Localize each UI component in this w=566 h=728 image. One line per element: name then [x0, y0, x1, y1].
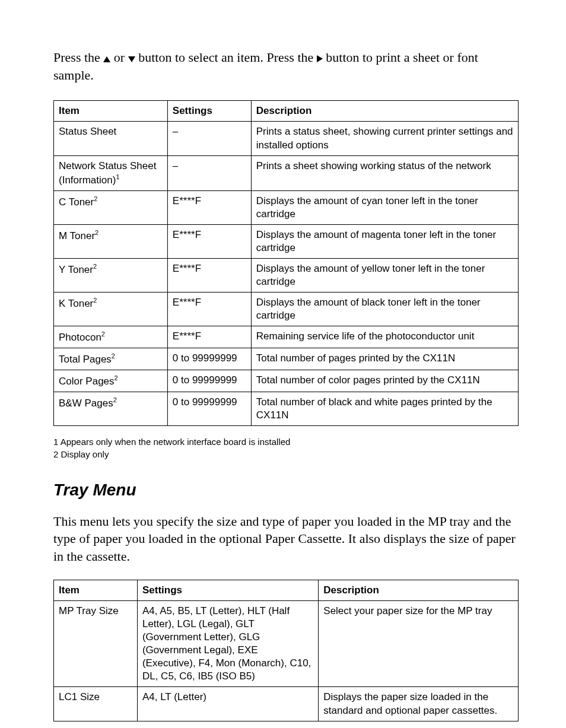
triangle-right-icon — [317, 55, 323, 62]
cell-settings: 0 to 99999999 — [167, 392, 251, 425]
table-row: Network Status Sheet (Information)1 – Pr… — [54, 155, 519, 190]
col-item: Item — [54, 101, 168, 122]
superscript: 2 — [95, 229, 98, 236]
cell-settings: E****F — [167, 258, 251, 292]
superscript: 2 — [115, 374, 118, 382]
cell-item-text: B&W Pages — [59, 397, 113, 408]
cell-settings: A4, LT (Letter) — [137, 687, 318, 721]
cell-item: Total Pages2 — [54, 348, 168, 370]
table-row: Y Toner2 E****F Displays the amount of y… — [54, 258, 519, 292]
col-item: Item — [54, 580, 138, 600]
info-table: Item Settings Description Status Sheet –… — [53, 100, 519, 425]
intro-text-2: or — [110, 50, 128, 65]
cell-item-text: Y Toner — [59, 264, 93, 275]
table-row: Color Pages2 0 to 99999999 Total number … — [54, 370, 519, 392]
cell-settings: E****F — [167, 293, 251, 326]
cell-settings: – — [167, 122, 251, 155]
cell-item: Network Status Sheet (Information)1 — [54, 155, 168, 190]
superscript: 2 — [112, 352, 115, 360]
cell-description: Displays the amount of magenta toner lef… — [251, 224, 518, 258]
table-row: Status Sheet – Prints a status sheet, sh… — [54, 122, 519, 155]
table-row: Photocon2 E****F Remaining service life … — [54, 326, 519, 348]
cell-description: Prints a sheet showing working status of… — [251, 155, 518, 190]
cell-item-text: Total Pages — [59, 354, 112, 365]
cell-description: Remaining service life of the photocondu… — [251, 326, 518, 348]
table-header-row: Item Settings Description — [54, 101, 519, 122]
intro-text-3: button to select an item. Press the — [135, 50, 317, 65]
cell-item-text: C Toner — [59, 196, 94, 207]
cell-settings: E****F — [167, 190, 251, 224]
cell-item-text: Status Sheet — [59, 126, 116, 137]
table-row: LC1 Size A4, LT (Letter) Displays the pa… — [54, 687, 519, 721]
cell-description: Prints a status sheet, showing current p… — [251, 122, 518, 155]
cell-item: B&W Pages2 — [54, 392, 168, 425]
table-row: B&W Pages2 0 to 99999999 Total number of… — [54, 392, 519, 425]
section-heading: Tray Menu — [53, 481, 519, 500]
footnote-2: 2 Display only — [53, 449, 519, 459]
cell-settings: 0 to 99999999 — [167, 348, 251, 370]
col-description: Description — [251, 101, 518, 122]
cell-item-text: Color Pages — [59, 375, 115, 386]
cell-item-text: K Toner — [59, 298, 93, 309]
col-description: Description — [319, 580, 519, 600]
cell-description: Displays the amount of black toner left … — [251, 293, 518, 326]
cell-settings: E****F — [167, 224, 251, 258]
cell-item: Photocon2 — [54, 326, 168, 348]
table-row: MP Tray Size A4, A5, B5, LT (Letter), HL… — [54, 600, 519, 687]
cell-item: LC1 Size — [54, 687, 138, 721]
cell-item: Y Toner2 — [54, 258, 168, 292]
triangle-up-icon — [103, 56, 110, 62]
cell-item-text: Photocon — [59, 332, 101, 343]
cell-item: C Toner2 — [54, 190, 168, 224]
section-body: This menu lets you specify the size and … — [53, 513, 519, 565]
cell-description: Displays the paper size loaded in the st… — [319, 687, 519, 721]
cell-description: Displays the amount of cyan toner left i… — [251, 190, 518, 224]
superscript: 2 — [93, 297, 97, 304]
table-row: C Toner2 E****F Displays the amount of c… — [54, 190, 519, 224]
table-row: K Toner2 E****F Displays the amount of b… — [54, 293, 519, 326]
cell-item: M Toner2 — [54, 224, 168, 258]
superscript: 2 — [94, 195, 97, 202]
footnote-1: 1 Appears only when the network interfac… — [53, 437, 519, 447]
table-header-row: Item Settings Description — [54, 580, 519, 600]
superscript: 2 — [101, 330, 105, 338]
cell-description: Total number of color pages printed by t… — [251, 370, 518, 392]
tray-table: Item Settings Description MP Tray Size A… — [53, 580, 519, 721]
cell-item-text: Network Status Sheet (Information) — [59, 160, 156, 186]
table-row: Total Pages2 0 to 99999999 Total number … — [54, 348, 519, 370]
cell-item: K Toner2 — [54, 293, 168, 326]
triangle-down-icon — [128, 56, 135, 62]
superscript: 2 — [93, 263, 97, 270]
cell-item: Color Pages2 — [54, 370, 168, 392]
cell-settings: – — [167, 155, 251, 190]
cell-description: Select your paper size for the MP tray — [319, 600, 519, 687]
cell-description: Displays the amount of yellow toner left… — [251, 258, 518, 292]
col-settings: Settings — [137, 580, 318, 600]
col-settings: Settings — [167, 101, 251, 122]
cell-item-text: M Toner — [59, 230, 95, 241]
superscript: 1 — [116, 173, 119, 180]
cell-item: MP Tray Size — [54, 600, 138, 687]
cell-settings: 0 to 99999999 — [167, 370, 251, 392]
cell-settings: A4, A5, B5, LT (Letter), HLT (Half Lette… — [137, 600, 318, 687]
intro-paragraph: Press the or button to select an item. P… — [53, 49, 519, 84]
table-row: M Toner2 E****F Displays the amount of m… — [54, 224, 519, 258]
cell-description: Total number of black and white pages pr… — [251, 392, 518, 425]
cell-description: Total number of pages printed by the CX1… — [251, 348, 518, 370]
cell-item: Status Sheet — [54, 122, 168, 155]
intro-text-1: Press the — [53, 50, 103, 65]
superscript: 2 — [113, 396, 117, 403]
cell-settings: E****F — [167, 326, 251, 348]
